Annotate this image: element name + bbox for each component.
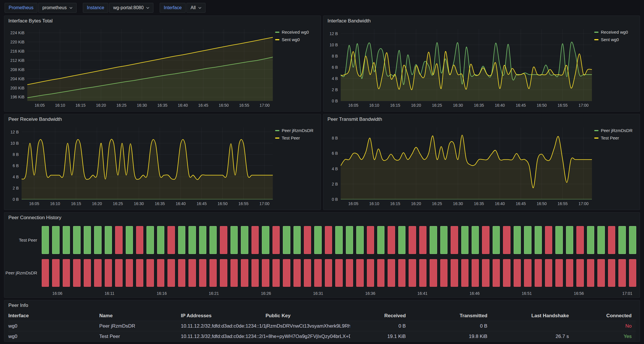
status-bar-up <box>73 226 80 254</box>
column-header-received[interactable]: Received <box>350 313 410 319</box>
status-bar-down <box>304 226 311 254</box>
svg-text:16:45: 16:45 <box>198 103 208 108</box>
status-bar-down <box>42 259 49 287</box>
svg-text:10 B: 10 B <box>329 43 338 47</box>
legend-item-sent-wg0[interactable]: Sent wg0 <box>594 37 637 42</box>
legend-item-peer-jrzmdsdr[interactable]: Peer jRzmDsDR <box>275 128 318 133</box>
status-bar-down <box>367 259 374 287</box>
time-axis-label: 16:36 <box>365 291 375 296</box>
svg-text:196 KiB: 196 KiB <box>10 95 24 99</box>
legend-item-test-peer[interactable]: Test Peer <box>275 135 318 140</box>
status-bar-up <box>566 226 573 254</box>
status-bar-down <box>230 259 238 287</box>
status-bar-down <box>545 259 552 287</box>
chevron-down-icon <box>198 7 201 9</box>
variable-value-dropdown-instance[interactable]: wg-portal:8080 <box>109 3 153 13</box>
legend-item-test-peer[interactable]: Test Peer <box>594 135 637 140</box>
column-header-name[interactable]: Name <box>99 313 181 319</box>
svg-text:16:40: 16:40 <box>176 201 186 206</box>
panel-title-interface-bandwidth[interactable]: Interface Bandwidth <box>323 16 640 26</box>
legend-series-color-icon <box>275 39 279 40</box>
cell-public-key: jRzmDsDRVnwCt13vsyamXherk9L9RhR <box>266 323 350 329</box>
svg-text:0 B: 0 B <box>332 99 338 103</box>
legend-series-label: Sent wg0 <box>601 37 619 42</box>
status-bar-down <box>52 259 59 287</box>
variable-label-instance: Instance <box>83 3 108 13</box>
status-bar-down <box>587 259 594 287</box>
svg-text:16:15: 16:15 <box>71 201 81 206</box>
svg-text:17:00: 17:00 <box>260 103 270 108</box>
panel-title-peer-connection-history[interactable]: Peer Connection History <box>4 213 640 223</box>
status-bar-up <box>629 226 636 254</box>
svg-text:16:50: 16:50 <box>218 201 228 206</box>
status-bar-down <box>608 259 615 287</box>
column-header-last-handshake[interactable]: Last Handshake <box>491 313 573 319</box>
cell-connected: No <box>573 323 636 329</box>
column-header-interface[interactable]: Interface <box>8 313 99 319</box>
status-bar-up <box>377 226 384 254</box>
chevron-down-icon <box>146 7 149 9</box>
status-bar-down <box>325 259 332 287</box>
svg-text:200 KiB: 200 KiB <box>10 86 24 90</box>
cell-interface: wg0 <box>8 334 99 339</box>
legend-item-sent-wg0[interactable]: Sent wg0 <box>275 37 318 42</box>
variable-value-dropdown-datasource[interactable]: prometheus <box>38 3 77 13</box>
column-header-public-key[interactable]: Public Key <box>266 313 350 319</box>
status-bar-down <box>314 259 321 287</box>
panel-peer-connection-history: Peer Connection History Test PeerPeer jR… <box>4 212 640 298</box>
svg-text:16:15: 16:15 <box>390 201 400 206</box>
status-bar-up <box>314 226 321 254</box>
status-bar-down <box>220 226 227 254</box>
svg-text:6 B: 6 B <box>332 65 338 70</box>
status-bar-down <box>629 259 636 287</box>
status-bar-down <box>167 259 175 287</box>
status-bar-down <box>251 226 259 254</box>
status-bar-up <box>555 226 563 254</box>
legend-item-peer-jrzmdsdr[interactable]: Peer jRzmDsDR <box>594 128 637 133</box>
svg-text:17:00: 17:00 <box>259 201 269 206</box>
column-header-transmitted[interactable]: Transmitted <box>410 313 491 319</box>
svg-text:12 B: 12 B <box>10 130 19 134</box>
legend-item-received-wg0[interactable]: Received wg0 <box>275 30 318 35</box>
status-bar-up <box>94 226 101 254</box>
column-header-ip-addresses[interactable]: IP Addresses <box>181 313 265 319</box>
status-bar-down <box>251 259 259 287</box>
status-bar-down <box>566 259 573 287</box>
time-axis-label: 16:46 <box>470 291 480 296</box>
svg-text:16:35: 16:35 <box>474 103 484 108</box>
svg-text:16:40: 16:40 <box>495 201 505 206</box>
svg-text:16:40: 16:40 <box>495 103 505 108</box>
svg-text:220 KiB: 220 KiB <box>10 40 24 44</box>
panel-title-peer-transmit-bandwidth[interactable]: Peer Transmit Bandwidth <box>323 114 640 125</box>
series-area-sent-wg0 <box>27 37 273 101</box>
status-bar-down <box>105 259 112 287</box>
status-bar-up <box>52 226 59 254</box>
status-bar-up <box>63 226 70 254</box>
chevron-down-icon <box>69 7 73 9</box>
svg-text:2 B: 2 B <box>332 87 338 92</box>
timeseries-chart-bytes: 196 KiB200 KiB204 KiB208 KiB212 KiB216 K… <box>5 27 275 109</box>
time-axis-label: 16:11 <box>105 291 115 296</box>
panel-title-peer-receive-bandwidth[interactable]: Peer Receive Bandwidth <box>4 114 321 125</box>
variable-value-dropdown-interface[interactable]: All <box>186 3 205 13</box>
legend-item-received-wg0[interactable]: Received wg0 <box>594 30 637 35</box>
panel-title-interface-bytes-total[interactable]: Interface Bytes Total <box>4 16 321 26</box>
status-bar-down <box>482 259 489 287</box>
status-bar-down <box>388 259 395 287</box>
chart-legend: Peer jRzmDsDRTest Peer <box>275 125 318 207</box>
status-bar-down <box>73 259 80 287</box>
status-bar-down <box>241 259 248 287</box>
column-header-connected[interactable]: Connected <box>573 313 636 319</box>
cell-transmitted: 0 B <box>410 323 491 329</box>
svg-text:16:25: 16:25 <box>432 103 442 108</box>
status-bar-down <box>304 259 311 287</box>
cell-received: 0 B <box>350 323 410 329</box>
status-bar-down <box>367 226 374 254</box>
svg-text:16:25: 16:25 <box>113 201 123 206</box>
svg-text:10 B: 10 B <box>10 141 19 146</box>
status-bar-up <box>618 226 626 254</box>
svg-text:212 KiB: 212 KiB <box>10 58 24 63</box>
series-area-test-peer <box>341 135 592 199</box>
panel-title-peer-info[interactable]: Peer Info <box>4 300 640 311</box>
status-bar-up <box>587 226 594 254</box>
